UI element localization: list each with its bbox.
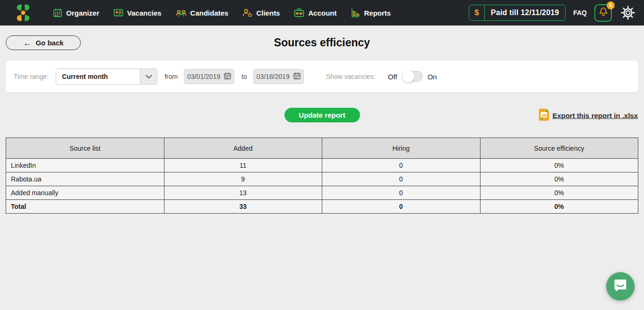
chevron-down-icon [140, 69, 157, 84]
nav-item-organizer[interactable]: Organizer [53, 8, 99, 17]
nav-item-reports[interactable]: Reports [351, 8, 391, 17]
excel-file-icon [539, 108, 550, 122]
export-xlsx-link[interactable]: Export this report in .xlsx [539, 108, 638, 122]
cell-total-label: Total [6, 200, 164, 214]
column-header-source-efficiency: Source efficiency [480, 138, 638, 159]
nav-menu: Organizer Vacancies [53, 8, 391, 17]
time-range-value: Current month [56, 73, 108, 80]
toggle-knob [402, 70, 414, 83]
dollar-icon: $ [469, 5, 484, 20]
toggle-off-label: Off [388, 73, 397, 81]
nav-item-label: Clients [256, 9, 280, 17]
notifications-button[interactable]: 5 [594, 4, 612, 22]
date-from-value: 03/01/2019 [187, 73, 220, 80]
paid-till-button[interactable]: $ Paid till 12/11/2019 [469, 5, 566, 21]
calendar-small-icon [224, 72, 231, 81]
navbar-right: $ Paid till 12/11/2019 FAQ 5 [469, 4, 636, 22]
sources-efficiency-table: Source list Added Hiring Source efficien… [6, 138, 638, 214]
to-label: to [241, 73, 247, 80]
actions-row: Update report Export this report in .xls… [0, 108, 644, 122]
cell-hiring: 0 [322, 172, 481, 186]
nav-item-vacancies[interactable]: Vacancies [113, 8, 162, 17]
notification-badge: 5 [607, 1, 615, 9]
toggle-on-label: On [428, 73, 437, 81]
cell-added: 13 [164, 186, 322, 200]
cell-efficiency: 0% [480, 159, 638, 172]
update-report-button[interactable]: Update report [284, 108, 360, 122]
page-title: Sources efficiency [0, 35, 644, 50]
date-from-input[interactable]: 03/01/2019 [184, 69, 234, 84]
cell-added: 11 [164, 159, 322, 172]
column-header-hiring: Hiring [322, 138, 481, 159]
table-row: Added manually 13 0 0% [6, 186, 638, 200]
show-vacancies-toggle[interactable] [402, 71, 423, 82]
column-header-added: Added [164, 138, 322, 159]
time-range-select[interactable]: Current month [56, 69, 157, 85]
calendar-small-icon [293, 72, 301, 81]
cell-efficiency: 0% [480, 172, 638, 186]
cell-source: Rabota.ua [6, 172, 164, 186]
top-navbar: Organizer Vacancies [0, 0, 644, 26]
chat-bubble-icon [614, 278, 627, 294]
table-total-row: Total 33 0 0% [6, 200, 638, 214]
nav-item-clients[interactable]: Clients [242, 8, 280, 17]
go-back-button[interactable]: ← Go back [6, 35, 81, 50]
badge-icon [113, 8, 123, 17]
nav-item-label: Vacancies [127, 9, 162, 17]
go-back-label: Go back [35, 39, 63, 47]
show-vacancies-label: Show vacancies: [326, 73, 376, 80]
chat-launcher-button[interactable] [606, 272, 635, 301]
cell-efficiency: 0% [480, 186, 638, 200]
cell-hiring: 0 [322, 186, 481, 200]
bell-icon [598, 7, 609, 19]
cell-added: 9 [164, 172, 322, 186]
back-arrow-icon: ← [23, 39, 31, 47]
table-row: Rabota.ua 9 0 0% [6, 172, 638, 186]
nav-item-label: Reports [364, 9, 391, 17]
people-group-icon [176, 8, 187, 17]
paid-till-label: Paid till 12/11/2019 [485, 9, 566, 17]
cell-total-efficiency: 0% [480, 200, 638, 214]
app-logo-icon[interactable] [13, 3, 33, 23]
briefcase-icon [294, 8, 304, 17]
settings-gear-icon[interactable] [619, 4, 636, 21]
bar-chart-icon [351, 8, 360, 17]
date-to-value: 03/18/2019 [257, 73, 290, 80]
nav-item-candidates[interactable]: Candidates [176, 8, 229, 17]
nav-item-label: Candidates [190, 9, 229, 17]
nav-item-label: Account [308, 9, 336, 17]
cell-source: Added manually [6, 186, 164, 200]
column-header-source-list: Source list [6, 138, 164, 159]
from-label: from [164, 73, 178, 80]
filter-bar: Time range: Current month from 03/01/201… [6, 61, 638, 92]
page-header: ← Go back Sources efficiency [0, 35, 644, 50]
nav-item-label: Organizer [66, 9, 99, 17]
export-link-label: Export this report in .xlsx [552, 111, 638, 119]
time-range-label: Time range: [14, 73, 49, 80]
faq-link[interactable]: FAQ [573, 9, 587, 17]
table-row: LinkedIn 11 0 0% [6, 159, 638, 172]
date-to-input[interactable]: 03/18/2019 [253, 69, 304, 84]
nav-item-account[interactable]: Account [294, 8, 336, 17]
table-header-row: Source list Added Hiring Source efficien… [6, 138, 638, 159]
person-thumbsup-icon [242, 8, 252, 17]
cell-total-hiring: 0 [322, 200, 481, 214]
cell-total-added: 33 [164, 200, 322, 214]
cell-hiring: 0 [322, 159, 481, 172]
cell-source: LinkedIn [6, 159, 164, 172]
calendar-icon [53, 8, 62, 17]
